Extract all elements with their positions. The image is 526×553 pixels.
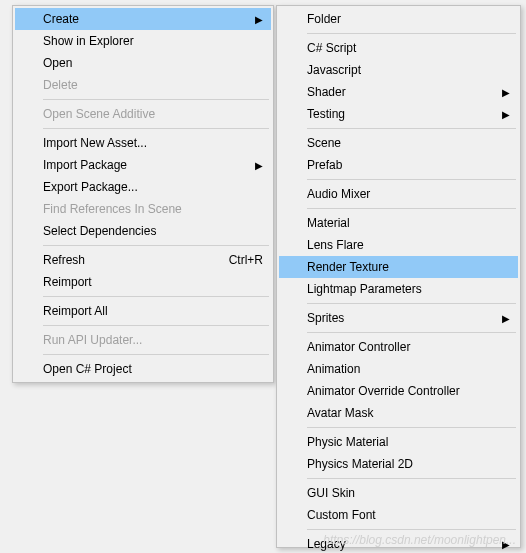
menu-item-physic-material[interactable]: Physic Material: [279, 431, 518, 453]
menu-item-open-csharp-project[interactable]: Open C# Project: [15, 358, 271, 380]
menu-label: Show in Explorer: [43, 34, 263, 48]
menu-label: Open Scene Additive: [43, 107, 263, 121]
menu-label: Shader: [307, 85, 510, 99]
menu-separator: [307, 332, 516, 333]
submenu-arrow-icon: ▶: [502, 539, 510, 550]
menu-label: Reimport All: [43, 304, 263, 318]
menu-item-csharp-script[interactable]: C# Script: [279, 37, 518, 59]
menu-separator: [43, 245, 269, 246]
menu-label: Open C# Project: [43, 362, 263, 376]
menu-label: Audio Mixer: [307, 187, 510, 201]
menu-item-run-api-updater: Run API Updater...: [15, 329, 271, 351]
menu-item-import-new-asset[interactable]: Import New Asset...: [15, 132, 271, 154]
menu-item-scene[interactable]: Scene: [279, 132, 518, 154]
menu-label: Refresh: [43, 253, 209, 267]
menu-item-import-package[interactable]: Import Package ▶: [15, 154, 271, 176]
menu-separator: [43, 128, 269, 129]
menu-separator: [307, 478, 516, 479]
menu-item-find-references: Find References In Scene: [15, 198, 271, 220]
menu-label: Open: [43, 56, 263, 70]
menu-label: Reimport: [43, 275, 263, 289]
menu-item-reimport-all[interactable]: Reimport All: [15, 300, 271, 322]
menu-item-refresh[interactable]: Refresh Ctrl+R: [15, 249, 271, 271]
menu-label: Import New Asset...: [43, 136, 263, 150]
menu-item-animator-controller[interactable]: Animator Controller: [279, 336, 518, 358]
menu-separator: [307, 303, 516, 304]
menu-label: Import Package: [43, 158, 263, 172]
menu-shortcut: Ctrl+R: [229, 253, 263, 267]
menu-label: Scene: [307, 136, 510, 150]
menu-item-legacy[interactable]: Legacy ▶: [279, 533, 518, 553]
menu-item-reimport[interactable]: Reimport: [15, 271, 271, 293]
menu-item-delete: Delete: [15, 74, 271, 96]
menu-item-create[interactable]: Create ▶: [15, 8, 271, 30]
menu-label: Animator Override Controller: [307, 384, 510, 398]
menu-label: Prefab: [307, 158, 510, 172]
menu-label: Animation: [307, 362, 510, 376]
menu-item-avatar-mask[interactable]: Avatar Mask: [279, 402, 518, 424]
menu-item-select-dependencies[interactable]: Select Dependencies: [15, 220, 271, 242]
menu-label: Material: [307, 216, 510, 230]
menu-label: GUI Skin: [307, 486, 510, 500]
menu-item-audio-mixer[interactable]: Audio Mixer: [279, 183, 518, 205]
menu-label: Animator Controller: [307, 340, 510, 354]
submenu-arrow-icon: ▶: [255, 160, 263, 171]
menu-label: C# Script: [307, 41, 510, 55]
menu-separator: [307, 208, 516, 209]
submenu-arrow-icon: ▶: [502, 313, 510, 324]
submenu-arrow-icon: ▶: [255, 14, 263, 25]
menu-label: Lightmap Parameters: [307, 282, 510, 296]
menu-item-folder[interactable]: Folder: [279, 8, 518, 30]
menu-label: Lens Flare: [307, 238, 510, 252]
menu-label: Create: [43, 12, 263, 26]
context-menu-create-submenu: Folder C# Script Javascript Shader ▶ Tes…: [276, 5, 521, 548]
menu-label: Folder: [307, 12, 510, 26]
menu-item-show-in-explorer[interactable]: Show in Explorer: [15, 30, 271, 52]
menu-separator: [307, 427, 516, 428]
menu-item-shader[interactable]: Shader ▶: [279, 81, 518, 103]
menu-item-render-texture[interactable]: Render Texture: [279, 256, 518, 278]
menu-label: Sprites: [307, 311, 510, 325]
submenu-arrow-icon: ▶: [502, 109, 510, 120]
menu-label: Javascript: [307, 63, 510, 77]
context-menu-main: Create ▶ Show in Explorer Open Delete Op…: [12, 5, 274, 383]
menu-item-gui-skin[interactable]: GUI Skin: [279, 482, 518, 504]
menu-item-lens-flare[interactable]: Lens Flare: [279, 234, 518, 256]
menu-item-animation[interactable]: Animation: [279, 358, 518, 380]
menu-item-open-scene-additive: Open Scene Additive: [15, 103, 271, 125]
menu-item-open[interactable]: Open: [15, 52, 271, 74]
menu-item-testing[interactable]: Testing ▶: [279, 103, 518, 125]
menu-separator: [307, 128, 516, 129]
menu-label: Select Dependencies: [43, 224, 263, 238]
menu-item-physics-material-2d[interactable]: Physics Material 2D: [279, 453, 518, 475]
menu-separator: [43, 325, 269, 326]
menu-label: Delete: [43, 78, 263, 92]
menu-item-custom-font[interactable]: Custom Font: [279, 504, 518, 526]
menu-item-export-package[interactable]: Export Package...: [15, 176, 271, 198]
menu-separator: [307, 529, 516, 530]
menu-item-animator-override-controller[interactable]: Animator Override Controller: [279, 380, 518, 402]
submenu-arrow-icon: ▶: [502, 87, 510, 98]
menu-separator: [307, 179, 516, 180]
menu-item-sprites[interactable]: Sprites ▶: [279, 307, 518, 329]
menu-label: Run API Updater...: [43, 333, 263, 347]
menu-label: Legacy: [307, 537, 510, 551]
menu-label: Render Texture: [307, 260, 510, 274]
menu-separator: [43, 99, 269, 100]
menu-separator: [43, 354, 269, 355]
menu-label: Export Package...: [43, 180, 263, 194]
menu-label: Custom Font: [307, 508, 510, 522]
menu-item-prefab[interactable]: Prefab: [279, 154, 518, 176]
menu-label: Find References In Scene: [43, 202, 263, 216]
menu-separator: [307, 33, 516, 34]
menu-label: Physics Material 2D: [307, 457, 510, 471]
menu-item-lightmap-parameters[interactable]: Lightmap Parameters: [279, 278, 518, 300]
menu-label: Avatar Mask: [307, 406, 510, 420]
menu-item-javascript[interactable]: Javascript: [279, 59, 518, 81]
menu-label: Testing: [307, 107, 510, 121]
menu-item-material[interactable]: Material: [279, 212, 518, 234]
menu-label: Physic Material: [307, 435, 510, 449]
menu-separator: [43, 296, 269, 297]
